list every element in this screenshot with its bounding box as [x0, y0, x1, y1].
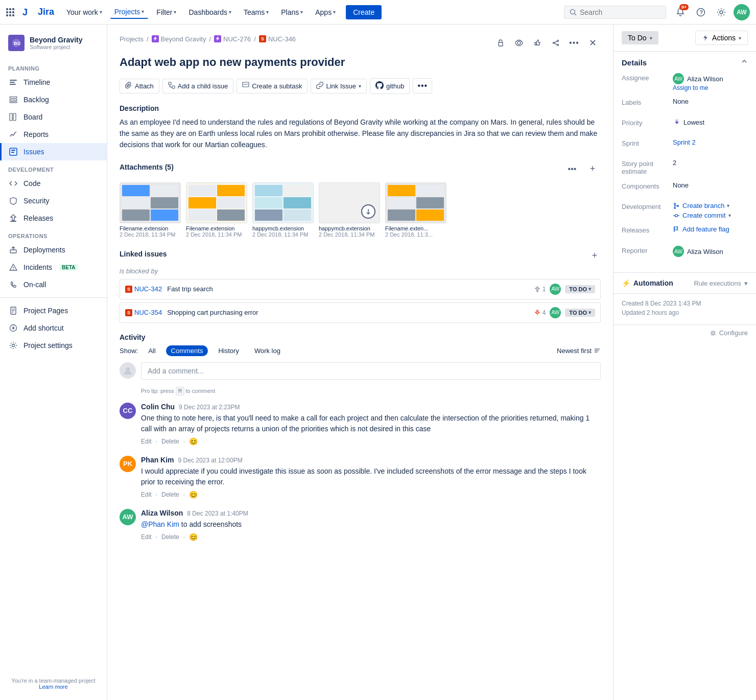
nav-apps[interactable]: Apps ▾	[311, 6, 340, 18]
filter-all[interactable]: All	[143, 345, 160, 356]
attachment-item[interactable]: Filename.extension 2 Dec 2018, 11:34 PM	[186, 182, 247, 238]
nav-teams[interactable]: Teams ▾	[240, 6, 273, 18]
create-subtask-button[interactable]: Create a subtask	[237, 79, 308, 94]
sidebar-item-project-settings[interactable]: Project settings	[0, 337, 107, 354]
sidebar-item-project-pages[interactable]: Project Pages	[0, 302, 107, 319]
close-button[interactable]: ✕	[584, 35, 601, 51]
status-button[interactable]: To Do ▾	[622, 31, 658, 44]
actions-button[interactable]: Actions ▾	[695, 31, 748, 45]
create-branch-row[interactable]: Create branch ▾	[673, 202, 748, 209]
linked-issue-summary: Shopping cart purchasing error	[167, 309, 528, 316]
sidebar-item-issues[interactable]: Issues	[0, 143, 107, 160]
comment-actions: Edit · Delete · 😊	[141, 437, 601, 446]
sidebar-item-board[interactable]: Board	[0, 108, 107, 126]
comment-input[interactable]: Add a comment...	[141, 362, 601, 380]
comment-header: Phan Kim 9 Dec 2023 at 12:00PM	[141, 456, 601, 464]
help-button[interactable]: ?	[693, 4, 709, 20]
sidebar-item-on-call[interactable]: On-call	[0, 276, 107, 293]
breadcrumb-nuc276[interactable]: NUC-276	[214, 35, 251, 43]
activity-sort[interactable]: Newest first	[557, 347, 601, 355]
edit-comment-button[interactable]: Edit	[141, 491, 152, 498]
attach-button[interactable]: Attach	[120, 79, 159, 94]
attachment-thumb	[385, 182, 446, 223]
edit-comment-button[interactable]: Edit	[141, 533, 152, 541]
user-avatar[interactable]: AW	[734, 4, 750, 20]
sidebar-bottom: You're in a team-managed project Learn m…	[0, 673, 107, 694]
automation-collapse-button[interactable]: Rule executions ▾	[694, 279, 748, 287]
attachment-item[interactable]: happymcb.extension 2 Dec 2018, 11:34 PM	[319, 182, 380, 238]
attachment-name: happymcb.extension	[252, 225, 314, 231]
linked-issue-item[interactable]: S NUC-342 Fast trip search 1 AW TO DO ▾	[120, 279, 601, 299]
breadcrumb-beyond-gravity[interactable]: Beyond Gravity	[152, 35, 206, 43]
breadcrumb-projects[interactable]: Projects	[120, 35, 144, 43]
sidebar-item-incidents[interactable]: Incidents BETA	[0, 259, 107, 276]
comment-text: @Phan Kim to add screenshots	[141, 519, 601, 530]
watch-button[interactable]	[511, 35, 527, 51]
comment-content: Colin Chu 9 Dec 2023 at 2:23PM One thing…	[141, 403, 601, 446]
create-button[interactable]: Create	[346, 5, 382, 19]
sidebar-item-deployments[interactable]: Deployments	[0, 241, 107, 259]
sidebar-item-releases[interactable]: Releases	[0, 209, 107, 227]
share-button[interactable]	[548, 35, 564, 51]
add-child-button[interactable]: Add a child issue	[162, 79, 233, 94]
sidebar-item-code[interactable]: Code	[0, 175, 107, 192]
attachment-date: 2 Dec 2018, 11:34 PM	[319, 231, 380, 238]
sidebar-item-reports[interactable]: Reports	[0, 126, 107, 143]
attachments-add-button[interactable]: +	[584, 161, 601, 177]
toolbar-more-button[interactable]: •••	[413, 78, 432, 94]
nav-plans[interactable]: Plans ▾	[277, 6, 307, 18]
edit-comment-button[interactable]: Edit	[141, 438, 152, 445]
configure-button[interactable]: Configure	[710, 329, 748, 337]
nav-projects[interactable]: Projects ▾	[110, 6, 149, 19]
react-button[interactable]: 😊	[189, 491, 198, 499]
filter-worklog[interactable]: Work log	[249, 345, 286, 356]
assign-me-link[interactable]: Assign to me	[673, 84, 748, 91]
learn-more-link[interactable]: Learn more	[8, 684, 99, 690]
sidebar-item-add-shortcut[interactable]: Add shortcut	[0, 319, 107, 337]
create-commit-row[interactable]: Create commit ▾	[673, 212, 748, 219]
search-input[interactable]	[580, 8, 651, 16]
nav-your-work[interactable]: Your work ▾	[62, 6, 106, 18]
sidebar-item-security[interactable]: Security	[0, 192, 107, 209]
filter-history[interactable]: History	[213, 345, 244, 356]
linked-issue-item[interactable]: S NUC-354 Shopping cart purchasing error…	[120, 302, 601, 323]
details-collapse-button[interactable]	[741, 58, 748, 67]
react-button[interactable]: 😊	[189, 437, 198, 446]
attachment-item[interactable]: Filename.extension 2 Dec 2018, 11:34 PM	[120, 182, 181, 238]
link-issue-button[interactable]: Link Issue ▾	[311, 79, 367, 94]
lock-button[interactable]	[492, 35, 509, 51]
development-section-label: DEVELOPMENT	[0, 160, 107, 175]
logo[interactable]: J Jira	[20, 5, 54, 19]
breadcrumb-beyond-gravity-text[interactable]: Beyond Gravity	[161, 35, 206, 43]
sidebar-item-timeline[interactable]: Timeline	[0, 74, 107, 91]
notifications-button[interactable]: 9+	[672, 4, 689, 20]
nav-dashboards[interactable]: Dashboards ▾	[184, 6, 235, 18]
settings-button[interactable]	[713, 4, 729, 20]
add-linked-issue-button[interactable]: +	[588, 250, 601, 262]
assignee-avatar: AW	[550, 284, 561, 295]
breadcrumb-nuc276-text[interactable]: NUC-276	[223, 35, 251, 43]
search-bar[interactable]	[564, 6, 666, 19]
thumbs-up-button[interactable]	[529, 35, 546, 51]
status-badge[interactable]: TO DO ▾	[565, 309, 595, 317]
react-button[interactable]: 😊	[189, 533, 198, 541]
nav-filter[interactable]: Filter ▾	[152, 6, 180, 18]
attachments-grid: Filename.extension 2 Dec 2018, 11:34 PM …	[120, 182, 601, 240]
sidebar-project[interactable]: BG Beyond Gravity Software project	[0, 31, 107, 59]
status-badge[interactable]: TO DO ▾	[565, 285, 595, 293]
attachment-item[interactable]: Filename.exten... 2 Dec 2018, 11:3...	[385, 182, 446, 238]
vote-button[interactable]: 1	[534, 286, 546, 293]
attachment-item[interactable]: happymcb.extension 2 Dec 2018, 11:34 PM	[252, 182, 314, 238]
filter-comments[interactable]: Comments	[166, 345, 208, 356]
more-options-button[interactable]: •••	[566, 35, 582, 51]
sprint-link[interactable]: Sprint 2	[673, 138, 696, 146]
delete-comment-button[interactable]: Delete	[161, 438, 179, 445]
attachments-more-button[interactable]: •••	[564, 161, 580, 177]
sidebar-item-backlog[interactable]: Backlog	[0, 91, 107, 108]
add-feature-flag-row[interactable]: Add feature flag	[673, 225, 748, 233]
grid-icon[interactable]	[6, 8, 14, 16]
vote-button[interactable]: 4	[534, 309, 546, 316]
delete-comment-button[interactable]: Delete	[161, 491, 179, 498]
delete-comment-button[interactable]: Delete	[161, 533, 179, 541]
github-button[interactable]: github	[370, 78, 410, 94]
